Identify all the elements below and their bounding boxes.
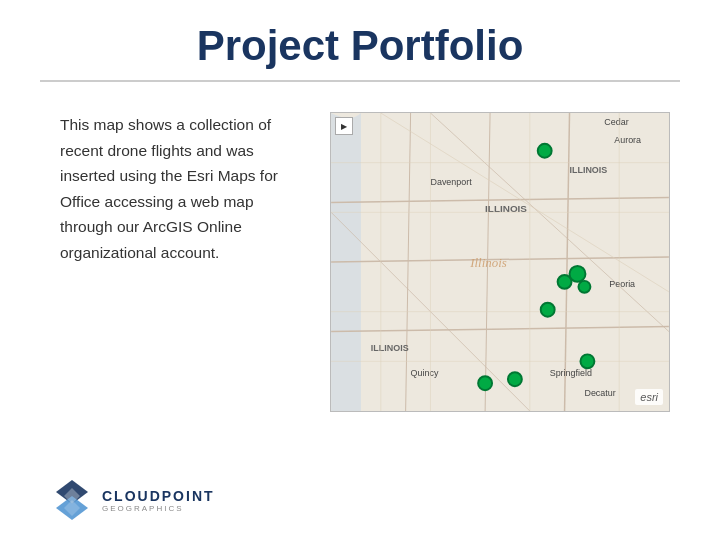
title-area: Project Portfolio [40, 0, 680, 82]
svg-text:ILLINOIS: ILLINOIS [371, 343, 409, 353]
svg-text:ILLINOIS: ILLINOIS [570, 165, 608, 175]
map-svg: Illinois ILLINOIS ILLINOIS ILLINOIS Auro… [331, 113, 669, 411]
slide: Project Portfolio This map shows a colle… [0, 0, 720, 540]
description-text: This map shows a collection of recent dr… [60, 112, 300, 265]
logo-icon [50, 478, 94, 522]
svg-text:Cedar: Cedar [604, 117, 628, 127]
logo-text-group: CLOUDPOINT GEOGRAPHICS [102, 488, 215, 513]
svg-text:Davenport: Davenport [430, 177, 472, 187]
svg-text:Aurora: Aurora [614, 135, 641, 145]
svg-text:ILLINOIS: ILLINOIS [485, 203, 527, 214]
map-container[interactable]: Illinois ILLINOIS ILLINOIS ILLINOIS Auro… [330, 112, 670, 412]
description-column: This map shows a collection of recent dr… [60, 112, 300, 265]
map-expand-button[interactable] [335, 117, 353, 135]
svg-text:Illinois: Illinois [469, 255, 507, 270]
esri-badge: esri [635, 389, 663, 405]
content-area: This map shows a collection of recent dr… [0, 92, 720, 422]
svg-point-35 [580, 354, 594, 368]
svg-point-36 [478, 376, 492, 390]
logo-subtitle: GEOGRAPHICS [102, 504, 215, 513]
map-column: Illinois ILLINOIS ILLINOIS ILLINOIS Auro… [330, 112, 670, 412]
svg-point-37 [508, 372, 522, 386]
svg-point-34 [541, 303, 555, 317]
logo-name: CLOUDPOINT [102, 488, 215, 504]
svg-text:Springfield: Springfield [550, 368, 592, 378]
svg-point-32 [558, 275, 572, 289]
logo-area: CLOUDPOINT GEOGRAPHICS [50, 478, 215, 522]
svg-text:Quincy: Quincy [411, 368, 439, 378]
svg-text:Peoria: Peoria [609, 279, 635, 289]
slide-title: Project Portfolio [100, 22, 620, 70]
svg-text:Decatur: Decatur [584, 388, 615, 398]
svg-point-33 [578, 281, 590, 293]
svg-point-30 [538, 144, 552, 158]
